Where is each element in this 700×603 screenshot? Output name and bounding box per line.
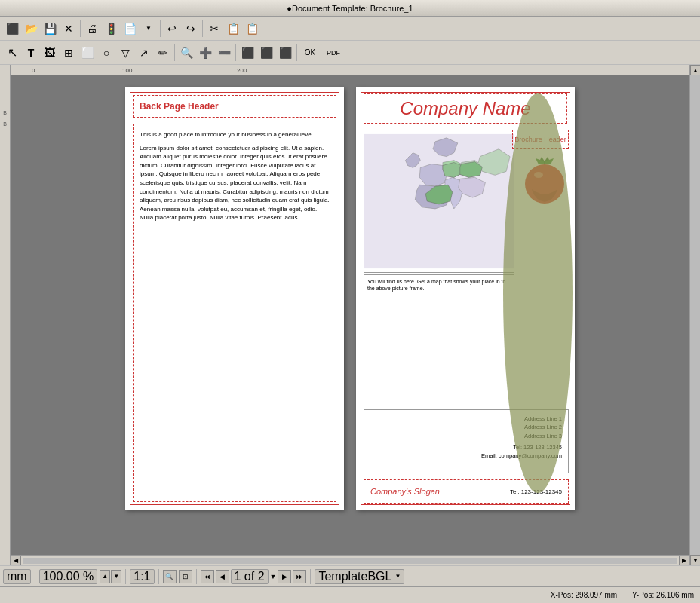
- cut-btn[interactable]: ✂: [205, 20, 223, 38]
- align-center-btn[interactable]: ⬛: [257, 44, 275, 62]
- x-position: X-Pos: 298.097 mm: [551, 591, 617, 599]
- canvas-area: 0 100 200 Back Page Header: [11, 65, 689, 565]
- template-name: TemplateBGL: [318, 570, 391, 583]
- bottom-toolbar: mm 100.00 % ▲ ▼ 1:1 🔍 ⊡ ⏮ ◀ 1 of 2 ▼: [0, 565, 700, 586]
- export-btn[interactable]: 📄: [121, 20, 139, 38]
- right-page: Company Name: [356, 87, 575, 510]
- new-btn[interactable]: ⬛: [3, 20, 21, 38]
- window-title: ●Document Template: Brochure_1: [287, 4, 413, 13]
- sep3: [202, 20, 203, 37]
- preview-btn[interactable]: 🚦: [102, 20, 120, 38]
- copy-btn[interactable]: 📋: [224, 20, 242, 38]
- page-navigation: ⏮ ◀ 1 of 2 ▼ ▶ ⏭: [201, 569, 307, 584]
- body-lorem: Lorem ipsum dolor sit amet, consectetuer…: [140, 144, 330, 222]
- right-scrollbar: ▲ ▼: [689, 65, 700, 565]
- scroll-up-btn[interactable]: ▲: [690, 65, 700, 75]
- zoom-in-btn[interactable]: ➕: [196, 44, 214, 62]
- map-caption-text: You will find us here. Get a map that sh…: [367, 279, 505, 291]
- ok-btn[interactable]: OK: [299, 44, 321, 62]
- map-caption: You will find us here. Get a map that sh…: [364, 274, 514, 295]
- zoom-out-btn[interactable]: ➖: [215, 44, 233, 62]
- back-body-box[interactable]: This is a good place to introduce your b…: [133, 124, 336, 502]
- page-pair: Back Page Header This is a good place to…: [125, 87, 575, 543]
- template-display[interactable]: TemplateBGL ▼: [315, 569, 404, 584]
- text-btn[interactable]: T: [22, 44, 40, 62]
- save-btn[interactable]: 💾: [41, 20, 59, 38]
- template-dropdown-icon: ▼: [395, 573, 401, 580]
- paste-btn[interactable]: 📋: [243, 20, 261, 38]
- align-left-btn[interactable]: ⬛: [238, 44, 256, 62]
- next-page-btn[interactable]: ▶: [278, 570, 291, 583]
- sep-tb2: [125, 569, 126, 584]
- open-btn[interactable]: 📂: [22, 20, 40, 38]
- app-window: ●Document Template: Brochure_1 ⬛ 📂 💾 ✕ 🖨…: [0, 0, 700, 603]
- scroll-right-btn[interactable]: ▶: [679, 556, 689, 566]
- pdf-btn[interactable]: PDF: [321, 44, 345, 62]
- scroll-down-btn[interactable]: ▼: [690, 555, 700, 565]
- export-dropdown[interactable]: ▼: [140, 20, 158, 38]
- body-intro: This is a good place to introduce your b…: [140, 130, 330, 139]
- table-btn[interactable]: ⊞: [60, 44, 78, 62]
- first-page-btn[interactable]: ⏮: [201, 570, 214, 583]
- sep2: [160, 20, 161, 37]
- ruler-left-mark-a: B: [3, 110, 7, 115]
- ruler-left: B B: [0, 65, 11, 565]
- ruler-mark-0: 0: [32, 67, 35, 74]
- ruler-top: 0 100 200: [11, 65, 689, 75]
- zoom-up-btn[interactable]: ▲: [100, 570, 110, 583]
- scroll-area[interactable]: Back Page Header This is a good place to…: [11, 75, 689, 555]
- redo-btn[interactable]: ↪: [182, 20, 200, 38]
- unit-selector[interactable]: mm: [3, 569, 31, 584]
- info-bar: X-Pos: 298.097 mm Y-Pos: 26.106 mm: [0, 586, 700, 603]
- sep-tb5: [310, 569, 311, 584]
- zoom-down-btn[interactable]: ▼: [111, 570, 121, 583]
- scroll-left-btn[interactable]: ◀: [11, 556, 21, 566]
- pencil-btn[interactable]: ✏: [154, 44, 172, 62]
- zoom-fit-btn[interactable]: ⊡: [179, 570, 192, 583]
- slogan-text: Company's Slogan: [370, 487, 440, 496]
- last-page-btn[interactable]: ⏭: [293, 570, 306, 583]
- ruler-mark-200: 200: [237, 67, 247, 74]
- circle-btn[interactable]: ○: [97, 44, 115, 62]
- page-dropdown-btn[interactable]: ▼: [270, 573, 277, 580]
- bottom-scrollbar[interactable]: ◀ ▶: [11, 555, 689, 565]
- toolbar-row-1: ⬛ 📂 💾 ✕ 🖨 🚦 📄 ▼ ↩ ↪ ✂ 📋 📋: [0, 17, 700, 41]
- left-page: Back Page Header This is a good place to…: [125, 87, 344, 510]
- zoom-btn[interactable]: 🔍: [177, 44, 195, 62]
- content-area: B B 0 100 200 Ba: [0, 65, 700, 565]
- olive-shape: [503, 93, 573, 493]
- line-btn[interactable]: ↗: [135, 44, 153, 62]
- zoom-display[interactable]: 100.00 %: [39, 569, 98, 584]
- sep-tb3: [158, 569, 159, 584]
- select-btn[interactable]: ↖: [3, 44, 21, 62]
- align-right-btn[interactable]: ⬛: [276, 44, 294, 62]
- title-bar: ●Document Template: Brochure_1: [0, 0, 700, 17]
- zoom-icon-btn[interactable]: 🔍: [163, 570, 177, 583]
- back-header-box: Back Page Header: [133, 95, 336, 118]
- scale-display[interactable]: 1:1: [130, 569, 154, 584]
- y-position: Y-Pos: 26.106 mm: [632, 591, 694, 599]
- map-box: [364, 130, 514, 273]
- unit-value: mm: [7, 570, 27, 583]
- map-svg: [364, 130, 514, 272]
- scale-value: 1:1: [134, 570, 150, 583]
- scroll-track: [23, 558, 677, 564]
- prev-page-btn[interactable]: ◀: [216, 570, 229, 583]
- poly-btn[interactable]: ▽: [116, 44, 134, 62]
- undo-btn[interactable]: ↩: [163, 20, 181, 38]
- sep4: [174, 44, 175, 61]
- sep-tb1: [35, 569, 35, 584]
- close-btn[interactable]: ✕: [60, 20, 78, 38]
- image-btn[interactable]: 🖼: [41, 44, 59, 62]
- zoom-value: 100.00 %: [43, 570, 94, 583]
- back-header-text: Back Page Header: [140, 101, 219, 112]
- page-info-text: 1 of 2: [235, 570, 265, 583]
- sep6: [296, 44, 297, 61]
- rect-btn[interactable]: ⬜: [78, 44, 97, 62]
- ruler-mark-100: 100: [122, 67, 132, 74]
- zoom-stepper: ▲ ▼: [100, 570, 121, 583]
- scroll-vert-track: [690, 75, 700, 555]
- print-btn[interactable]: 🖨: [83, 20, 101, 38]
- company-name: Company Name: [400, 98, 530, 119]
- page-indicator: 1 of 2: [231, 569, 269, 584]
